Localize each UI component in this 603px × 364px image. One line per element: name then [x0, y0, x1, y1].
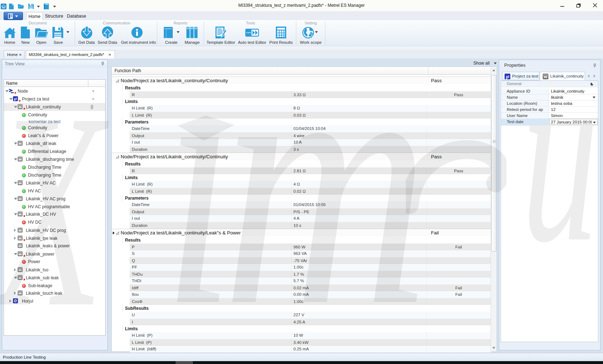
- svg-text:p: p: [506, 74, 509, 79]
- svg-text:p: p: [14, 97, 16, 101]
